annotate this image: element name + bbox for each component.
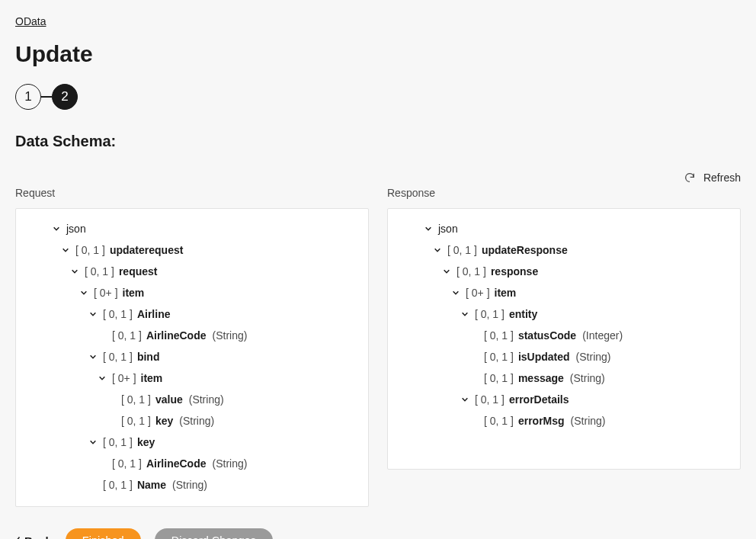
tree-root-label: json [438,223,458,234]
tree-row: [ 0, 1 ]isUpdated(String) [394,346,729,367]
cardinality-label: [ 0, 1 ] [484,415,514,426]
cardinality-label: [ 0, 1 ] [75,245,105,255]
chevron-down-icon[interactable] [86,307,100,321]
tree-row: [ 0, 1 ]request [22,261,357,282]
cardinality-label: [ 0, 1 ] [103,437,133,448]
tree-row: [ 0+ ]item [394,282,729,303]
discard-button[interactable]: Discard Changes [155,528,273,539]
cardinality-label: [ 0, 1 ] [121,415,151,426]
cardinality-label: [ 0+ ] [94,287,118,298]
node-type: (String) [570,373,605,383]
cardinality-label: [ 0, 1 ] [103,480,133,490]
tree-row: [ 0, 1 ]updaterequest [22,239,357,261]
chevron-placeholder [467,414,481,428]
node-name: AirlineCode [146,330,207,341]
node-name: response [491,266,538,277]
tree-row: [ 0, 1 ]response [394,261,729,282]
cardinality-label: [ 0, 1 ] [112,458,142,469]
chevron-down-icon[interactable] [449,286,463,300]
chevron-down-icon[interactable] [77,286,91,300]
response-panel: json[ 0, 1 ]updateResponse[ 0, 1 ]respon… [387,208,741,470]
node-type: (String) [172,480,207,490]
cardinality-label: [ 0+ ] [112,373,136,383]
node-name: message [518,373,564,383]
tree-row: [ 0, 1 ]Airline [22,303,357,325]
cardinality-label: [ 0, 1 ] [447,245,477,255]
chevron-down-icon[interactable] [50,222,63,236]
breadcrumb-odata[interactable]: OData [15,15,741,27]
refresh-icon[interactable] [684,172,696,184]
tree-row: [ 0, 1 ]message(String) [394,367,729,389]
finished-button[interactable]: Finished [66,528,141,539]
chevron-down-icon[interactable] [86,435,100,449]
cardinality-label: [ 0, 1 ] [103,351,133,362]
request-header: Request [15,187,369,199]
tree-row: [ 0, 1 ]updateResponse [394,239,729,261]
node-name: key [137,437,155,448]
node-name: bind [137,351,160,362]
node-type: (String) [571,415,606,426]
node-type: (String) [189,394,224,405]
tree-row: [ 0, 1 ]errorDetails [394,389,729,410]
cardinality-label: [ 0, 1 ] [475,394,505,405]
tree-row: [ 0, 1 ]Name(String) [22,474,357,496]
cardinality-label: [ 0, 1 ] [121,394,151,405]
node-type: (String) [213,330,248,341]
node-name: request [119,266,158,277]
node-name: Name [137,480,166,490]
step-1[interactable]: 1 [15,84,41,110]
tree-row: [ 0, 1 ]statusCode(Integer) [394,325,729,346]
back-label: Back [24,534,52,540]
tree-row: [ 0+ ]item [22,367,357,389]
page-title: Update [15,41,741,67]
node-name: isUpdated [518,351,570,362]
tree-row: [ 0, 1 ]bind [22,346,357,367]
chevron-down-icon[interactable] [421,222,435,236]
chevron-down-icon[interactable] [440,265,453,278]
node-name: errorMsg [518,415,565,426]
tree-root-label: json [66,223,86,234]
chevron-down-icon[interactable] [458,307,472,321]
chevron-down-icon[interactable] [68,265,82,278]
node-name: item [123,287,145,298]
cardinality-label: [ 0, 1 ] [456,266,486,277]
chevron-placeholder [86,478,100,492]
chevron-placeholder [467,371,481,385]
node-name: value [155,394,183,405]
section-title: Data Schema: [15,133,741,150]
chevron-placeholder [95,329,109,342]
chevron-down-icon[interactable] [458,393,472,406]
tree-row: [ 0, 1 ]key [22,432,357,453]
back-button[interactable]: Back [15,534,52,540]
node-name: updaterequest [110,245,183,255]
node-type: (Integer) [582,330,623,341]
refresh-button[interactable]: Refresh [703,172,741,184]
node-name: Airline [137,309,171,319]
node-name: item [141,373,163,383]
node-name: entity [509,309,537,319]
chevron-down-icon[interactable] [95,371,109,385]
chevron-placeholder [467,350,481,364]
node-type: (String) [179,415,214,426]
request-panel: json[ 0, 1 ]updaterequest[ 0, 1 ]request… [15,208,369,507]
tree-row: [ 0, 1 ]AirlineCode(String) [22,453,357,474]
tree-root: json [22,218,357,239]
cardinality-label: [ 0, 1 ] [484,351,514,362]
node-name: AirlineCode [146,458,207,469]
chevron-down-icon[interactable] [431,243,444,257]
chevron-placeholder [104,414,118,428]
node-name: errorDetails [509,394,569,405]
chevron-left-icon [15,536,21,539]
node-type: (String) [213,458,248,469]
node-type: (String) [576,351,611,362]
chevron-placeholder [104,393,118,406]
cardinality-label: [ 0, 1 ] [475,309,505,319]
cardinality-label: [ 0, 1 ] [484,330,514,341]
chevron-down-icon[interactable] [59,243,72,257]
step-2[interactable]: 2 [52,84,78,110]
tree-root: json [394,218,729,239]
chevron-down-icon[interactable] [86,350,100,364]
cardinality-label: [ 0, 1 ] [112,330,142,341]
response-header: Response [387,187,741,199]
node-name: key [155,415,173,426]
